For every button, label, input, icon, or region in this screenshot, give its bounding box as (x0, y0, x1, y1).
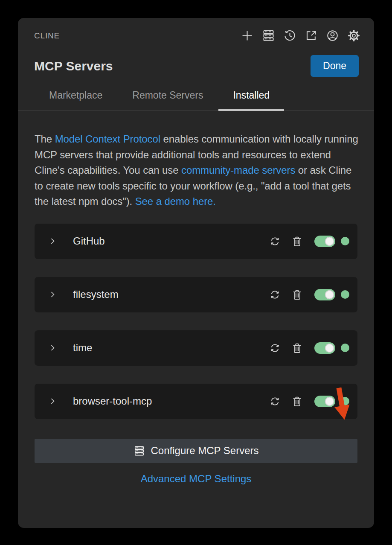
model-context-protocol-link[interactable]: Model Context Protocol (55, 133, 160, 145)
page-header: MCP Servers Done (18, 42, 374, 77)
server-status-dot-highlighted (341, 397, 349, 405)
chevron-right-icon[interactable] (48, 236, 57, 246)
tab-bar: Marketplace Remote Servers Installed (18, 90, 374, 111)
server-row-time: time (35, 330, 357, 366)
server-enabled-toggle[interactable] (314, 396, 335, 407)
server-name: browser-tool-mcp (73, 395, 152, 407)
see-demo-link[interactable]: See a demo here. (135, 195, 216, 207)
configure-button-label: Configure MCP Servers (151, 445, 259, 457)
titlebar-actions (241, 29, 360, 42)
account-icon[interactable] (326, 29, 339, 42)
server-status-dot (341, 290, 349, 299)
server-name: time (73, 342, 92, 354)
server-enabled-toggle[interactable] (314, 236, 335, 247)
advanced-mcp-settings-link[interactable]: Advanced MCP Settings (35, 473, 357, 485)
chevron-right-icon[interactable] (48, 396, 57, 406)
chevron-right-icon[interactable] (48, 290, 57, 299)
page-title: MCP Servers (34, 59, 113, 73)
server-row-actions (269, 342, 349, 354)
tab-installed[interactable]: Installed (218, 90, 284, 110)
mcp-servers-icon (134, 445, 145, 457)
restart-server-icon[interactable] (269, 342, 281, 354)
delete-server-trash-icon[interactable] (291, 395, 303, 408)
toggle-knob (325, 397, 334, 406)
delete-server-trash-icon[interactable] (291, 342, 303, 354)
server-row-github: GitHub (35, 224, 357, 259)
settings-gear-icon[interactable] (347, 29, 360, 42)
done-button[interactable]: Done (311, 55, 359, 77)
server-enabled-toggle[interactable] (314, 342, 335, 354)
tab-marketplace[interactable]: Marketplace (35, 90, 117, 110)
new-task-plus-icon[interactable] (241, 29, 254, 42)
server-name: GitHub (73, 235, 105, 247)
desc-text: The (35, 133, 55, 145)
restart-server-icon[interactable] (269, 235, 281, 248)
configure-mcp-servers-button[interactable]: Configure MCP Servers (35, 439, 357, 463)
toggle-knob (325, 237, 334, 246)
server-row-browser-tool-mcp: browser-tool-mcp (35, 384, 357, 419)
server-row-filesystem: filesystem (35, 277, 357, 312)
chevron-right-icon[interactable] (48, 343, 57, 353)
server-row-actions (269, 235, 349, 248)
installed-tab-content: The Model Context Protocol enables commu… (18, 131, 374, 485)
toggle-knob (325, 344, 334, 353)
server-row-actions (269, 289, 349, 301)
app-title: CLINE (34, 31, 60, 41)
mcp-description: The Model Context Protocol enables commu… (35, 131, 359, 210)
server-name: filesystem (73, 289, 119, 300)
delete-server-trash-icon[interactable] (291, 289, 303, 301)
history-icon[interactable] (283, 29, 296, 42)
server-row-actions (269, 395, 349, 408)
server-enabled-toggle[interactable] (314, 289, 335, 300)
toggle-knob (325, 290, 334, 299)
open-in-editor-icon[interactable] (305, 29, 318, 42)
mcp-servers-icon[interactable] (262, 29, 275, 42)
delete-server-trash-icon[interactable] (291, 235, 303, 248)
tab-remote-servers[interactable]: Remote Servers (118, 90, 218, 110)
cline-extension-panel: CLINE (18, 18, 374, 528)
community-made-servers-link[interactable]: community-made servers (181, 164, 295, 176)
restart-server-icon[interactable] (269, 289, 281, 301)
server-status-dot (341, 237, 349, 245)
restart-server-icon[interactable] (269, 395, 281, 408)
server-status-dot (341, 344, 349, 352)
titlebar: CLINE (18, 18, 374, 42)
